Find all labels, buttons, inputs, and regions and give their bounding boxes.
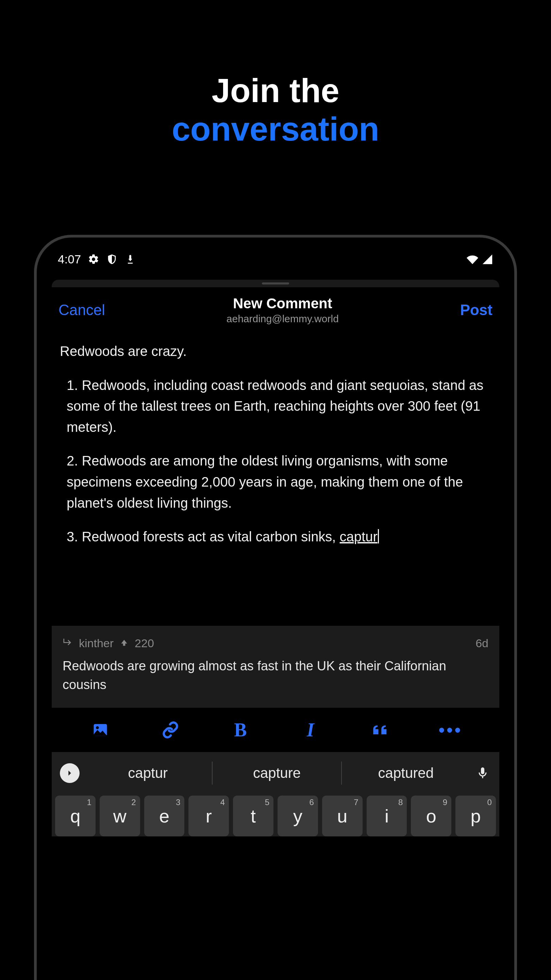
- reply-context: kinther 220 6d Redwoods are growing almo…: [52, 626, 499, 708]
- upvote-icon: [120, 637, 129, 650]
- text-cursor: [378, 529, 379, 543]
- key-q[interactable]: q1: [55, 795, 95, 837]
- sheet-handle[interactable]: [52, 280, 499, 287]
- key-w[interactable]: w2: [100, 795, 140, 837]
- expand-suggestions-button[interactable]: [60, 763, 79, 783]
- phone-screen: 4:07: [41, 242, 510, 977]
- key-u[interactable]: u7: [322, 795, 362, 837]
- promo-line2: conversation: [0, 110, 551, 148]
- comment-point-3: 3. Redwood forests act as vital carbon s…: [60, 527, 491, 547]
- quote-button[interactable]: [369, 718, 392, 742]
- status-time: 4:07: [58, 253, 81, 266]
- key-r[interactable]: r4: [189, 795, 229, 837]
- reply-score: 220: [135, 637, 154, 650]
- phone-frame: 4:07: [34, 235, 517, 980]
- key-i[interactable]: i8: [367, 795, 407, 837]
- gear-icon: [88, 253, 99, 265]
- key-o[interactable]: o9: [411, 795, 451, 837]
- post-button[interactable]: Post: [460, 301, 492, 318]
- download-icon: [124, 253, 136, 265]
- suggestion-1[interactable]: captur: [84, 762, 213, 785]
- comment-editor[interactable]: Redwoods are crazy. 1. Redwoods, includi…: [52, 334, 499, 547]
- comment-intro: Redwoods are crazy.: [60, 341, 491, 362]
- mic-button[interactable]: [474, 766, 491, 780]
- status-bar: 4:07: [41, 242, 510, 269]
- sheet-title: New Comment: [227, 295, 339, 312]
- shield-icon: [106, 253, 118, 265]
- suggestion-2[interactable]: capture: [213, 762, 341, 785]
- promo-line1: Join the: [0, 72, 551, 110]
- bold-button[interactable]: B: [229, 718, 252, 742]
- promo-title: Join the conversation: [0, 0, 551, 148]
- image-button[interactable]: [89, 718, 112, 742]
- more-button[interactable]: •••: [439, 718, 462, 742]
- reply-text: Redwoods are growing almost as fast in t…: [63, 657, 488, 694]
- keyboard: captur capture captured q1 w2 e3 r4 t5 y…: [52, 752, 499, 837]
- svg-point-1: [96, 726, 99, 729]
- key-t[interactable]: t5: [233, 795, 273, 837]
- wifi-icon: [467, 253, 478, 265]
- link-button[interactable]: [159, 718, 182, 742]
- format-toolbar: B I •••: [52, 708, 499, 752]
- italic-button[interactable]: I: [299, 718, 322, 742]
- comment-point-2: 2. Redwoods are among the oldest living …: [60, 450, 491, 514]
- comment-sheet: Cancel New Comment aeharding@lemmy.world…: [52, 280, 499, 837]
- reply-indent-icon: [63, 637, 73, 650]
- comment-point-1: 1. Redwoods, including coast redwoods an…: [60, 375, 491, 438]
- reply-age: 6d: [475, 637, 488, 650]
- key-p[interactable]: p0: [456, 795, 496, 837]
- sheet-nav: Cancel New Comment aeharding@lemmy.world…: [52, 295, 499, 334]
- sheet-subtitle: aeharding@lemmy.world: [227, 313, 339, 325]
- suggestion-row: captur capture captured: [52, 756, 499, 791]
- reply-author: kinther: [79, 637, 114, 650]
- cancel-button[interactable]: Cancel: [59, 301, 105, 318]
- signal-icon: [482, 253, 493, 265]
- autocomplete-fragment: captur: [340, 529, 378, 544]
- suggestion-3[interactable]: captured: [342, 762, 470, 785]
- key-e[interactable]: e3: [144, 795, 185, 837]
- keyboard-row-1: q1 w2 e3 r4 t5 y6 u7 i8 o9 p0: [52, 791, 499, 837]
- key-y[interactable]: y6: [278, 795, 318, 837]
